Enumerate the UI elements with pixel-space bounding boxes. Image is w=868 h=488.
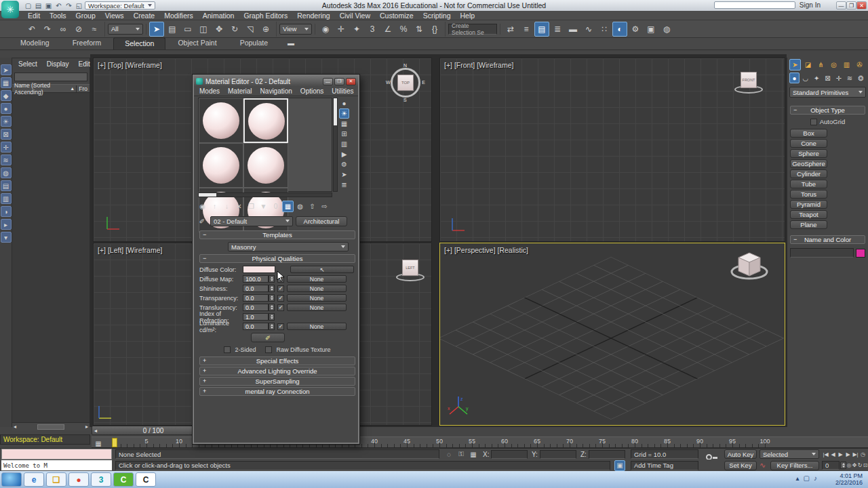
taskbar-camtasia-icon[interactable]: C <box>113 472 134 487</box>
ribbon-tab[interactable]: Selection <box>113 37 165 49</box>
luminance-checkbox[interactable]: ✓ <box>277 323 284 330</box>
category-shapes[interactable]: ◡ <box>800 73 810 83</box>
viewport-perspective-label[interactable]: [+] [Perspective] [Realistic] <box>444 246 528 254</box>
me-close-button[interactable]: ✕ <box>346 78 356 85</box>
menu-item[interactable]: Group <box>71 12 100 20</box>
select-and-move-button[interactable]: ✥ <box>212 22 226 37</box>
backlight-icon[interactable]: ☀ <box>339 108 349 119</box>
toggle-layer-explorer-button[interactable]: ≣ <box>550 22 565 37</box>
explorer-tool-icon[interactable]: ◍ <box>1 167 12 178</box>
closed-rollout[interactable]: +Special Effects <box>199 357 355 365</box>
spinner[interactable] <box>269 275 275 283</box>
make-preview-icon[interactable]: ▶ <box>339 149 349 159</box>
viewport-top-label[interactable]: [+] [Top] [Wireframe] <box>98 61 162 69</box>
named-selection-set-field[interactable]: Create Selection Se <box>448 24 497 35</box>
sample-vertical-scrollbar[interactable] <box>333 98 338 192</box>
time-configuration-button[interactable]: ◷ <box>859 449 867 460</box>
menu-item[interactable]: Tools <box>45 12 71 20</box>
infocenter-search-input[interactable] <box>714 1 795 9</box>
shininess-checkbox[interactable]: ✓ <box>277 285 284 292</box>
primitive-button[interactable]: GeoSphere <box>790 159 827 168</box>
go-to-end-button[interactable]: ▶| <box>852 449 859 460</box>
category-geometry[interactable]: ● <box>789 73 800 83</box>
maxscript-mini-listener[interactable]: Welcome to M <box>1 460 112 470</box>
menu-item[interactable]: Modifiers <box>159 12 198 20</box>
me-maximize-button[interactable]: ❐ <box>334 78 344 85</box>
explorer-tool-icon[interactable]: ● <box>1 103 12 114</box>
tray-volume-icon[interactable]: ♪ <box>814 474 817 482</box>
physical-qualities-rollout[interactable]: −Physical Qualities <box>199 254 355 263</box>
menu-item[interactable]: Create <box>129 12 160 20</box>
orbit-icon[interactable]: ↻ <box>857 460 863 471</box>
window-crossing-toggle-icon[interactable]: ◫ <box>196 22 211 37</box>
luminance-map-button[interactable]: None <box>287 323 347 330</box>
selected-keyset-dropdown[interactable]: Selected <box>760 449 819 459</box>
diffuse-color-swatch[interactable] <box>243 266 275 273</box>
luminance-amount[interactable]: 0.0 <box>243 323 269 330</box>
primitive-button[interactable]: Tube <box>790 180 827 188</box>
z-coordinate-field[interactable] <box>589 450 625 459</box>
set-key-button[interactable]: Set Key <box>724 461 757 470</box>
y-coordinate-field[interactable] <box>540 450 576 459</box>
toggle-scene-explorer-button[interactable]: ▤ <box>534 22 549 37</box>
explorer-menu-item[interactable]: Select <box>15 60 41 68</box>
ribbon-tab[interactable]: Modeling <box>9 37 60 49</box>
window-minimize-button[interactable]: — <box>836 1 846 9</box>
viewport-left-label[interactable]: [+] [Left] [Wireframe] <box>98 246 162 254</box>
category-lights[interactable]: ✦ <box>812 73 822 83</box>
shininess-amount[interactable]: 0.0 <box>243 285 269 292</box>
primitives-dropdown[interactable]: Standard Primitives <box>789 87 866 98</box>
menu-item[interactable]: Help <box>455 12 479 20</box>
sign-in-link[interactable]: Sign In <box>800 1 821 9</box>
viewport-front[interactable]: [+] [Front] [Wireframe] FRONT <box>439 58 785 242</box>
taskbar-3dsmax-icon[interactable]: 3 <box>91 472 111 487</box>
explorer-search-input[interactable] <box>14 73 87 81</box>
ribbon-tab[interactable]: Populate <box>229 37 279 49</box>
scroll-right-icon[interactable]: ▸ <box>85 424 88 430</box>
redo-button[interactable]: ↷ <box>40 22 55 37</box>
template-dropdown[interactable]: Masonry <box>228 242 349 251</box>
explorer-tool-icon[interactable]: ➤ <box>1 64 12 75</box>
save-file-icon[interactable]: ▣ <box>43 1 54 10</box>
auto-key-button[interactable]: Auto Key <box>724 449 757 459</box>
explorer-tool-icon[interactable]: ⊠ <box>1 129 12 140</box>
time-slider-prev-icon[interactable]: ◂ <box>94 428 97 434</box>
select-and-manipulate-button[interactable]: ✛ <box>334 22 349 37</box>
named-selection-sets-button[interactable]: {} <box>427 22 442 37</box>
menu-item[interactable]: Scripting <box>418 12 456 20</box>
select-and-scale-button[interactable]: ◹ <box>243 22 258 37</box>
category-systems[interactable]: ❂ <box>856 73 866 83</box>
ribbon-tab[interactable]: Object Paint <box>167 37 227 49</box>
viewcube-perspective[interactable] <box>730 249 768 284</box>
video-color-check-icon[interactable]: ▥ <box>339 139 349 149</box>
new-key-mode-icon[interactable]: ∿ <box>760 461 766 470</box>
maxscript-mini-recorder[interactable] <box>1 449 112 460</box>
menu-item[interactable]: Edit <box>23 12 45 20</box>
get-material-icon[interactable]: ◉ <box>197 201 208 212</box>
isolate-selection-icon[interactable]: ◌ <box>443 449 454 460</box>
spinner-snap-button[interactable]: ⇅ <box>412 22 427 37</box>
select-object-button[interactable]: ➤ <box>149 22 164 37</box>
select-by-name-button[interactable]: ▤ <box>165 22 180 37</box>
bind-to-space-warp-icon[interactable]: ≈ <box>87 22 102 37</box>
transparency-map-button[interactable]: None <box>287 294 347 302</box>
ior-amount[interactable]: 1.0 <box>243 313 269 321</box>
schematic-view-button[interactable]: ∷ <box>597 22 612 37</box>
render-setup-button[interactable]: ⚙ <box>628 22 643 37</box>
scroll-left-icon[interactable]: ◂ <box>14 424 16 430</box>
tray-expand-icon[interactable]: ▴ <box>796 474 800 482</box>
explorer-tool-icon[interactable]: ≋ <box>1 155 12 165</box>
closed-rollout[interactable]: +mental ray Connection <box>199 387 355 396</box>
unlink-selection-icon[interactable]: ⊘ <box>71 22 86 37</box>
translucency-checkbox[interactable]: ✓ <box>277 304 284 311</box>
spinner[interactable] <box>269 285 275 292</box>
material-editor-button[interactable]: ◐ <box>612 22 627 37</box>
object-name-field[interactable] <box>790 248 854 258</box>
put-material-to-scene-icon[interactable]: ↑ <box>209 201 220 212</box>
diffuse-map-button[interactable]: None <box>287 275 347 283</box>
render-production-button[interactable]: ◍ <box>659 22 674 37</box>
undo-icon[interactable]: ↶ <box>54 1 64 10</box>
viewport-front-label[interactable]: [+] [Front] [Wireframe] <box>444 61 513 69</box>
material-id-channel-icon[interactable]: 0 <box>270 201 281 212</box>
undo-button[interactable]: ↶ <box>24 22 39 37</box>
